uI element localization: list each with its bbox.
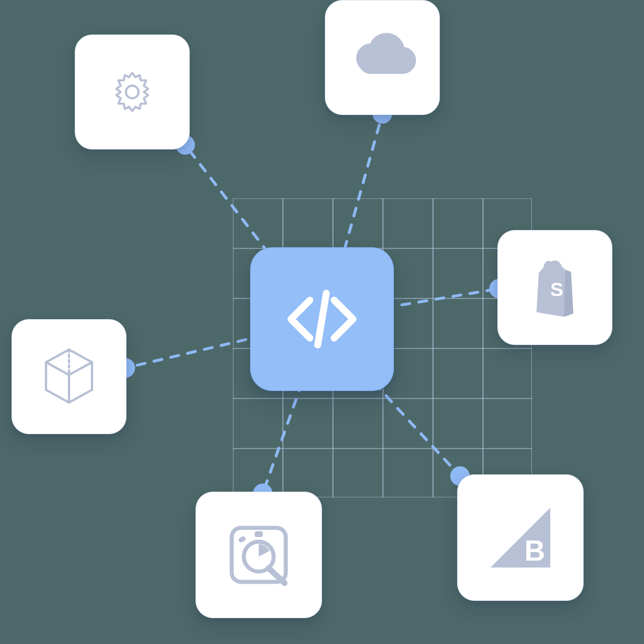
svg-text:B: B: [524, 535, 545, 567]
algolia-icon: [227, 523, 290, 586]
svg-rect-28: [373, 57, 376, 71]
bigcommerce-icon: B: [486, 503, 555, 572]
node-bigcommerce: B BigCommerce: [457, 474, 584, 601]
node-gear: Settings: [75, 34, 190, 150]
svg-rect-37: [238, 536, 246, 543]
shopify-icon: S: [526, 256, 584, 319]
node-algolia: Algolia: [195, 492, 322, 618]
cloud-upload-icon: [348, 32, 417, 83]
node-cube: 3D / Package: [12, 319, 126, 434]
center-node: Code / API: [250, 247, 394, 391]
integration-diagram: Code / API Settings Cloud Analytics: [0, 0, 644, 644]
svg-text:S: S: [550, 278, 564, 300]
svg-line-26: [318, 293, 327, 345]
node-cloud: Cloud Analytics: [325, 0, 440, 115]
gear-icon: [106, 66, 159, 118]
code-icon: [279, 276, 365, 362]
node-shopify: S Shopify: [497, 230, 612, 345]
svg-point-27: [126, 86, 139, 98]
svg-rect-29: [381, 55, 384, 71]
svg-rect-36: [255, 531, 263, 537]
cube-icon: [40, 345, 98, 408]
svg-rect-30: [389, 58, 392, 71]
